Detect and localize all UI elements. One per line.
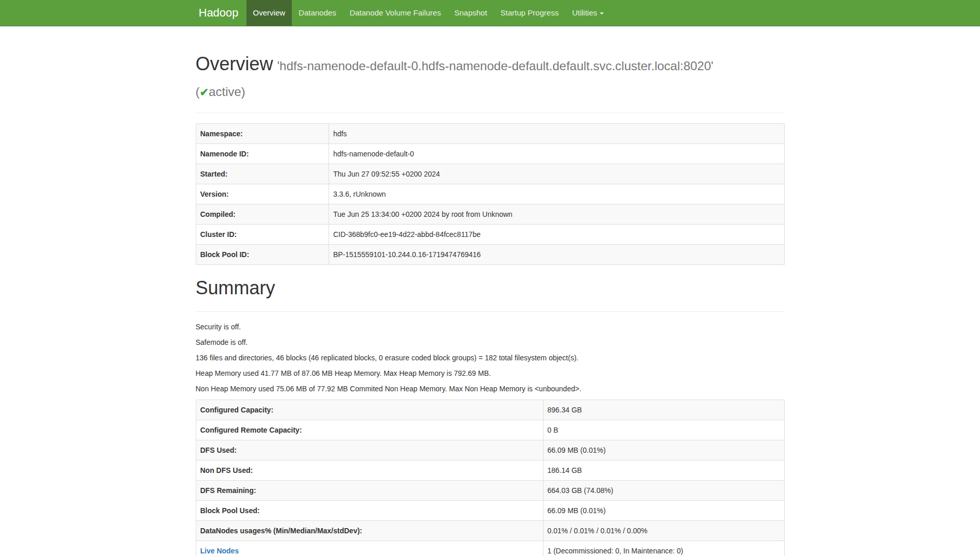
row-value: 66.09 MB (0.01%) bbox=[543, 500, 784, 520]
row-value: 0.01% / 0.01% / 0.01% / 0.00% bbox=[543, 520, 784, 541]
row-label: DFS Used: bbox=[196, 440, 543, 460]
nav-item-datanode-volume-failures[interactable]: Datanode Volume Failures bbox=[343, 0, 448, 26]
navbar-menu: Overview Datanodes Datanode Volume Failu… bbox=[246, 0, 611, 26]
brand-link[interactable]: Hadoop bbox=[196, 0, 246, 26]
table-row: DFS Used:66.09 MB (0.01%) bbox=[196, 440, 784, 460]
security-status: Security is off. bbox=[196, 322, 785, 332]
row-label: Version: bbox=[196, 184, 329, 204]
chevron-down-icon bbox=[600, 12, 604, 14]
row-value: Thu Jun 27 09:52:55 +0200 2024 bbox=[329, 164, 784, 184]
table-row: Configured Capacity:896.34 GB bbox=[196, 400, 784, 420]
page-title-text: Overview bbox=[196, 53, 273, 74]
row-value: Tue Jun 25 13:34:00 +0200 2024 by root f… bbox=[329, 204, 784, 225]
row-value: CID-368b9fc0-ee19-4d22-abbd-84fcec8117be bbox=[329, 225, 784, 245]
row-label: Block Pool Used: bbox=[196, 500, 543, 520]
row-value: hdfs-namenode-default-0 bbox=[329, 144, 784, 164]
row-label: Started: bbox=[196, 164, 329, 184]
nav-item-startup-progress[interactable]: Startup Progress bbox=[494, 0, 566, 26]
table-row: Live Nodes1 (Decommissioned: 0, In Maint… bbox=[196, 541, 784, 556]
nav-item-utilities-dropdown[interactable]: Utilities bbox=[565, 0, 610, 26]
heap-memory-summary: Heap Memory used 41.77 MB of 87.06 MB He… bbox=[196, 369, 785, 379]
row-value: hdfs bbox=[329, 124, 784, 144]
row-value: 896.34 GB bbox=[543, 400, 784, 420]
row-label: Namenode ID: bbox=[196, 144, 329, 164]
table-row: Cluster ID:CID-368b9fc0-ee19-4d22-abbd-8… bbox=[196, 225, 784, 245]
namenode-state: (✔active) bbox=[196, 85, 245, 99]
filesystem-objects-summary: 136 files and directories, 46 blocks (46… bbox=[196, 353, 785, 363]
row-value: BP-1515559101-10.244.0.16-1719474769416 bbox=[329, 245, 784, 265]
safemode-status: Safemode is off. bbox=[196, 338, 785, 348]
table-row: Configured Remote Capacity:0 B bbox=[196, 420, 784, 440]
row-value: 664.03 GB (74.08%) bbox=[543, 480, 784, 500]
page-title: Overview'hdfs-namenode-default-0.hdfs-na… bbox=[196, 51, 785, 102]
table-row: Non DFS Used:186.14 GB bbox=[196, 460, 784, 480]
divider bbox=[196, 311, 785, 312]
row-label: Block Pool ID: bbox=[196, 245, 329, 265]
namenode-info-table: Namespace:hdfs Namenode ID:hdfs-namenode… bbox=[196, 123, 785, 265]
non-heap-memory-summary: Non Heap Memory used 75.06 MB of 77.92 M… bbox=[196, 384, 785, 394]
row-value: 3.3.6, rUnknown bbox=[329, 184, 784, 204]
live-nodes-link[interactable]: Live Nodes bbox=[200, 547, 239, 555]
row-label: Compiled: bbox=[196, 204, 329, 225]
row-label: Cluster ID: bbox=[196, 225, 329, 245]
cluster-summary-table: Configured Capacity:896.34 GB Configured… bbox=[196, 400, 785, 556]
row-value: 66.09 MB (0.01%) bbox=[543, 440, 784, 460]
table-row: Namespace:hdfs bbox=[196, 124, 784, 144]
row-label: Namespace: bbox=[196, 124, 329, 144]
active-check-icon: ✔ bbox=[200, 86, 209, 98]
row-label: DFS Remaining: bbox=[196, 480, 543, 500]
table-row: Namenode ID:hdfs-namenode-default-0 bbox=[196, 144, 784, 164]
navbar: Hadoop Overview Datanodes Datanode Volum… bbox=[0, 0, 980, 26]
table-row: DataNodes usages% (Min/Median/Max/stdDev… bbox=[196, 520, 784, 541]
namenode-host-port: 'hdfs-namenode-default-0.hdfs-namenode-d… bbox=[277, 59, 713, 73]
row-value: 1 (Decommissioned: 0, In Maintenance: 0) bbox=[543, 541, 784, 556]
main-content: Overview'hdfs-namenode-default-0.hdfs-na… bbox=[188, 26, 792, 556]
table-row: Started:Thu Jun 27 09:52:55 +0200 2024 bbox=[196, 164, 784, 184]
table-row: Compiled:Tue Jun 25 13:34:00 +0200 2024 … bbox=[196, 204, 784, 225]
divider bbox=[196, 113, 785, 113]
row-label: Configured Remote Capacity: bbox=[196, 420, 543, 440]
summary-title: Summary bbox=[196, 275, 785, 301]
row-label: Non DFS Used: bbox=[196, 460, 543, 480]
row-label: DataNodes usages% (Min/Median/Max/stdDev… bbox=[196, 520, 543, 541]
row-label: Configured Capacity: bbox=[196, 400, 543, 420]
table-row: DFS Remaining:664.03 GB (74.08%) bbox=[196, 480, 784, 500]
row-label: Live Nodes bbox=[196, 541, 543, 556]
table-row: Block Pool ID:BP-1515559101-10.244.0.16-… bbox=[196, 245, 784, 265]
nav-item-overview[interactable]: Overview bbox=[246, 0, 292, 26]
nav-item-datanodes[interactable]: Datanodes bbox=[292, 0, 343, 26]
nav-item-snapshot[interactable]: Snapshot bbox=[447, 0, 493, 26]
row-value: 186.14 GB bbox=[543, 460, 784, 480]
table-row: Version:3.3.6, rUnknown bbox=[196, 184, 784, 204]
nav-item-utilities-label: Utilities bbox=[572, 8, 597, 17]
table-row: Block Pool Used:66.09 MB (0.01%) bbox=[196, 500, 784, 520]
row-value: 0 B bbox=[543, 420, 784, 440]
